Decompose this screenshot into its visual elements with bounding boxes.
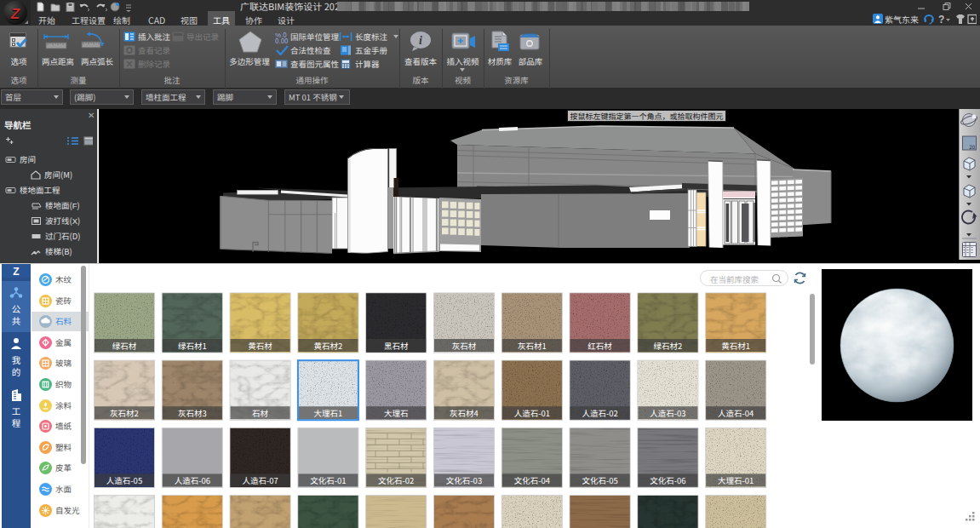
svg-text:灰石材1: 灰石材1 [518,340,547,352]
svg-text:黑石材: 黑石材 [384,340,409,352]
svg-text:黄石材2: 黄石材2 [314,340,343,352]
svg-text:灰石材2: 灰石材2 [110,407,139,419]
svg-text:文化石-02: 文化石-02 [378,474,414,486]
svg-text:i: i [419,31,422,48]
svg-text:文化石-05: 文化石-05 [582,474,617,486]
svg-text:人造石-05: 人造石-05 [106,474,142,486]
svg-text:人造石-06: 人造石-06 [175,474,210,486]
svg-text:绿石材: 绿石材 [112,340,137,352]
svg-text:大理石1: 大理石1 [314,407,343,419]
svg-text:人造石-04: 人造石-04 [718,407,754,419]
svg-text:人造石-03: 人造石-03 [650,407,685,419]
svg-text:文化石-01: 文化石-01 [310,474,346,486]
svg-text:人造石-01: 人造石-01 [514,407,550,419]
svg-text:黄石材1: 黄石材1 [721,340,750,352]
svg-text:文化石-04: 文化石-04 [514,474,550,486]
svg-text:大理石: 大理石 [384,407,409,419]
svg-text:大理石-01: 大理石-01 [718,474,754,486]
svg-text:人造石-02: 人造石-02 [582,407,617,419]
svg-text:灰石材: 灰石材 [452,340,477,352]
svg-text:绿石材1: 绿石材1 [178,340,207,352]
svg-text:绿石材2: 绿石材2 [654,340,683,352]
svg-text:红石材: 红石材 [587,340,612,352]
svg-text:人造石-07: 人造石-07 [242,474,278,486]
svg-text:灰石材4: 灰石材4 [450,407,479,419]
svg-text:文化石-03: 文化石-03 [446,474,482,486]
svg-text:20: 20 [969,143,975,151]
svg-text:石材: 石材 [252,407,269,419]
svg-text:黄石材: 黄石材 [248,340,272,352]
svg-text:灰石材3: 灰石材3 [178,407,207,419]
svg-text:文化石-06: 文化石-06 [650,474,685,486]
